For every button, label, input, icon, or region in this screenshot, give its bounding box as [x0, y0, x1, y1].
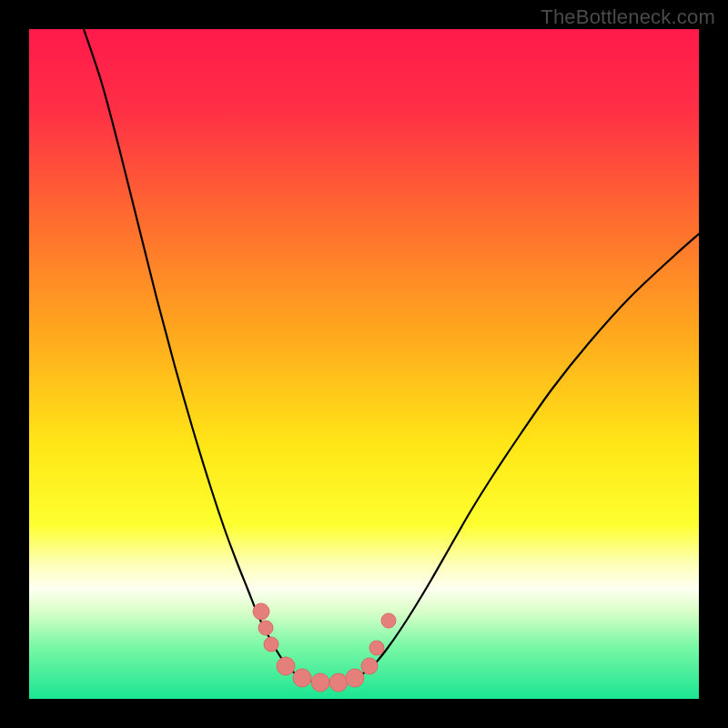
- data-marker: [369, 641, 384, 655]
- data-marker: [253, 603, 269, 620]
- data-marker: [329, 673, 348, 692]
- plot-area: [29, 29, 699, 699]
- watermark-text: TheBottleneck.com: [541, 5, 715, 29]
- data-marker: [264, 637, 278, 652]
- chart-frame: TheBottleneck.com: [0, 0, 728, 728]
- data-marker: [293, 669, 311, 687]
- data-marker: [311, 673, 329, 692]
- data-marker: [381, 613, 396, 628]
- data-marker: [277, 657, 295, 675]
- data-marker: [346, 669, 364, 687]
- bottleneck-curve: [29, 29, 699, 699]
- data-marker: [361, 658, 378, 674]
- data-marker: [258, 621, 273, 635]
